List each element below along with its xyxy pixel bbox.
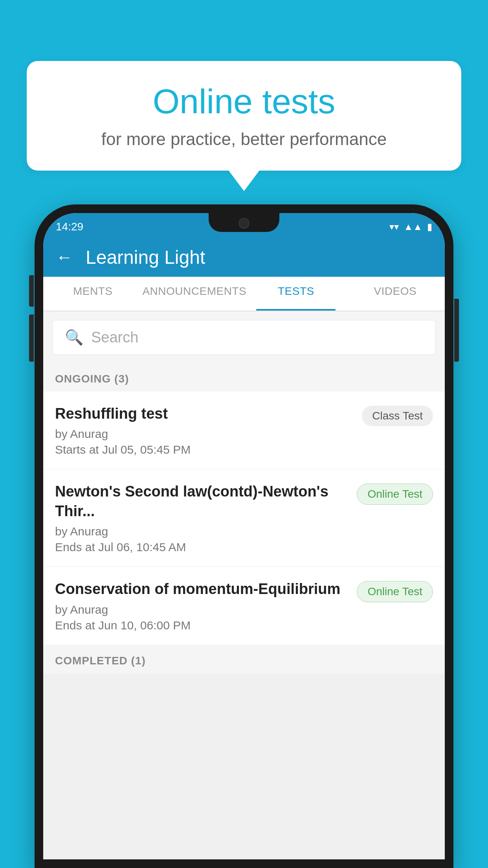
test-author-2: by Anurag [55, 525, 349, 538]
wifi-icon: ▾▾ [389, 221, 399, 232]
bubble-title: Online tests [50, 83, 438, 121]
app-bar: ← Learning Light [43, 237, 445, 277]
bubble-subtitle: for more practice, better performance [50, 129, 438, 149]
tab-ments[interactable]: MENTS [43, 277, 142, 311]
ongoing-header: ONGOING (3) [43, 363, 445, 392]
test-item-1[interactable]: Reshuffling test by Anurag Starts at Jul… [43, 392, 445, 469]
test-date-3: Ends at Jun 10, 06:00 PM [55, 619, 349, 632]
test-name-3: Conservation of momentum-Equilibrium [55, 579, 349, 599]
speech-bubble: Online tests for more practice, better p… [27, 61, 461, 171]
power-button[interactable] [454, 299, 459, 362]
test-badge-1: Class Test [362, 406, 433, 426]
test-name-1: Reshuffling test [55, 404, 354, 423]
test-badge-2: Online Test [357, 484, 433, 505]
volume-down-button[interactable] [29, 314, 34, 362]
search-placeholder: Search [91, 329, 138, 346]
tab-bar: MENTS ANNOUNCEMENTS TESTS VIDEOS [43, 277, 445, 311]
search-icon: 🔍 [65, 329, 83, 346]
phone-screen: 14:29 ▾▾ ▲▲ ▮ ← Learning Light MENTS ANN… [43, 213, 445, 859]
phone-notch [209, 213, 279, 232]
test-date-2: Ends at Jul 06, 10:45 AM [55, 541, 349, 554]
phone-frame: 14:29 ▾▾ ▲▲ ▮ ← Learning Light MENTS ANN… [35, 204, 453, 868]
signal-icon: ▲▲ [404, 221, 422, 232]
back-button[interactable]: ← [56, 247, 73, 267]
test-info-3: Conservation of momentum-Equilibrium by … [55, 579, 349, 632]
status-icons: ▾▾ ▲▲ ▮ [389, 221, 432, 232]
app-title: Learning Light [86, 246, 205, 268]
test-author-3: by Anurag [55, 603, 349, 616]
content-area: ONGOING (3) Reshuffling test by Anurag S… [43, 363, 445, 673]
tab-tests[interactable]: TESTS [246, 277, 345, 311]
test-date-1: Starts at Jul 05, 05:45 PM [55, 443, 354, 456]
battery-icon: ▮ [427, 221, 432, 232]
volume-up-button[interactable] [29, 275, 34, 307]
status-time: 14:29 [56, 221, 83, 233]
test-info-2: Newton's Second law(contd)-Newton's Thir… [55, 482, 349, 554]
front-camera [238, 218, 250, 229]
test-item-2[interactable]: Newton's Second law(contd)-Newton's Thir… [43, 469, 445, 567]
test-info-1: Reshuffling test by Anurag Starts at Jul… [55, 404, 354, 456]
search-bar[interactable]: 🔍 Search [53, 320, 435, 355]
test-item-3[interactable]: Conservation of momentum-Equilibrium by … [43, 567, 445, 645]
test-badge-3: Online Test [357, 581, 433, 602]
search-container: 🔍 Search [43, 311, 445, 363]
completed-header: COMPLETED (1) [43, 645, 445, 673]
test-name-2: Newton's Second law(contd)-Newton's Thir… [55, 482, 349, 521]
test-author-1: by Anurag [55, 427, 354, 441]
tab-announcements[interactable]: ANNOUNCEMENTS [142, 277, 246, 311]
tab-videos[interactable]: VIDEOS [346, 277, 445, 311]
